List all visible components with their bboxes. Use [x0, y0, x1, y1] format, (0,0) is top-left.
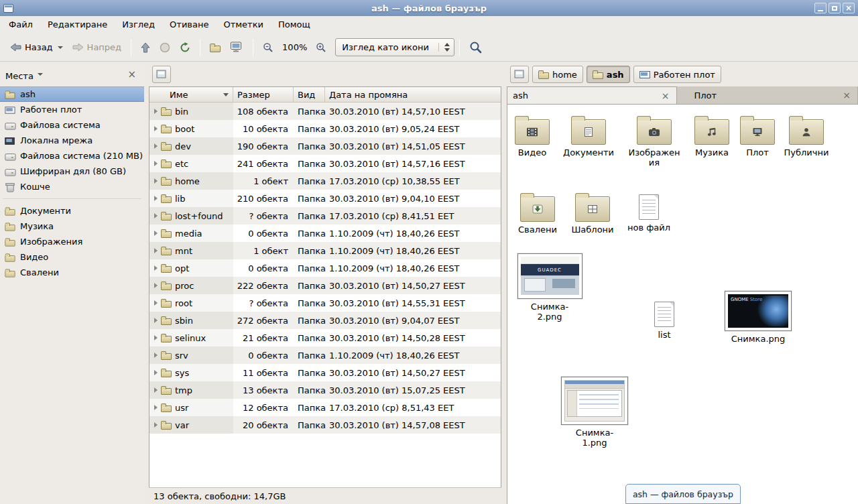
expander-icon[interactable]: [154, 126, 158, 131]
table-row[interactable]: boot10 обектаПапка30.03.2010 (вт) 9,05,2…: [149, 120, 501, 137]
zoom-in-button[interactable]: [311, 39, 331, 56]
minimize-button[interactable]: [814, 3, 826, 13]
icon-item-desktop[interactable]: Плот: [729, 115, 786, 158]
computer-button[interactable]: [225, 38, 248, 56]
sidebar-item-encrypted-80gb[interactable]: Шифриран дял (80 GB): [0, 164, 144, 179]
sidebar-item-desktop[interactable]: Работен плот: [0, 102, 144, 117]
expander-icon[interactable]: [154, 248, 158, 253]
table-row[interactable]: etc241 обектаПапка30.03.2010 (вт) 14,57,…: [149, 155, 501, 172]
sidebar-item-filesystem[interactable]: Файлова система: [0, 117, 144, 133]
menu-bookmarks[interactable]: Отметки: [216, 16, 270, 34]
tab-ash[interactable]: ash ×: [507, 86, 677, 104]
expander-icon[interactable]: [154, 370, 158, 375]
expander-icon[interactable]: [154, 405, 158, 410]
icon-item-documents[interactable]: Документи: [560, 115, 617, 158]
table-row[interactable]: root? обектаПапка30.03.2010 (вт) 14,55,3…: [149, 294, 501, 312]
taskbar-window-button[interactable]: ash — файлов браузър: [625, 484, 741, 504]
path-button-ash[interactable]: ash: [587, 66, 630, 83]
pane-location-button[interactable]: [152, 66, 171, 83]
sidebar-item-music[interactable]: Музика: [0, 218, 144, 234]
table-row[interactable]: sys11 обектаПапка30.03.2010 (вт) 14,50,2…: [149, 364, 501, 381]
icon-item-list[interactable]: list: [636, 298, 692, 340]
table-row[interactable]: selinux21 обектаПапка30.03.2010 (вт) 14,…: [149, 329, 501, 346]
table-row[interactable]: srv0 обектаПапка1.10.2009 (чт) 18,40,26 …: [149, 346, 501, 364]
stop-button[interactable]: [155, 39, 175, 56]
expander-icon[interactable]: [154, 161, 158, 166]
table-row[interactable]: dev190 обектаПапка30.03.2010 (вт) 14,51,…: [149, 137, 501, 155]
column-header-size[interactable]: Размер: [233, 87, 294, 102]
tab-plot[interactable]: Плот ×: [677, 86, 858, 104]
path-button-home[interactable]: home: [532, 66, 583, 83]
expander-icon[interactable]: [154, 387, 158, 393]
expander-icon[interactable]: [154, 213, 158, 218]
forward-button[interactable]: Напред: [68, 39, 126, 56]
icon-item-downloads[interactable]: Свалени: [509, 192, 566, 235]
menu-file[interactable]: Файл: [1, 16, 40, 34]
path-button-desktop[interactable]: Работен плот: [633, 66, 721, 83]
icon-item-snimka2[interactable]: GUADEC Снимка-2.png: [516, 253, 583, 322]
expander-icon[interactable]: [154, 231, 158, 236]
column-header-type[interactable]: Вид: [294, 87, 325, 102]
menu-edit[interactable]: Редактиране: [40, 16, 115, 34]
sidebar-item-videos[interactable]: Видео: [0, 249, 144, 265]
sidebar-item-documents[interactable]: Документи: [0, 203, 144, 218]
expander-icon[interactable]: [154, 318, 158, 323]
back-button[interactable]: Назад: [5, 39, 68, 56]
expander-icon[interactable]: [154, 300, 158, 306]
column-header-date[interactable]: Дата на промяна: [325, 87, 501, 102]
up-button[interactable]: [136, 39, 155, 56]
table-row[interactable]: lib210 обектаПапка30.03.2010 (вт) 9,04,1…: [149, 190, 501, 207]
table-row[interactable]: var20 обектаПапка30.03.2010 (вт) 14,57,0…: [149, 416, 501, 434]
search-button[interactable]: [465, 38, 487, 57]
tab-close-icon[interactable]: ×: [841, 90, 852, 100]
menu-go[interactable]: Отиване: [162, 16, 216, 34]
sidebar-item-downloads[interactable]: Свалени: [0, 265, 144, 280]
expander-icon[interactable]: [154, 178, 158, 184]
sidebar-item-ash[interactable]: ash: [0, 86, 144, 102]
column-header-name[interactable]: Име: [149, 87, 233, 102]
icon-item-videos[interactable]: Видео: [507, 115, 557, 158]
table-row[interactable]: home1 обектПапка17.03.2010 (ср) 10,38,55…: [149, 172, 501, 190]
table-row[interactable]: proc222 обектаПапка30.03.2010 (вт) 14,50…: [149, 277, 501, 294]
view-mode-select[interactable]: Изглед като икони: [335, 38, 454, 56]
sidebar-close-icon[interactable]: ×: [125, 68, 139, 81]
expander-icon[interactable]: [154, 265, 158, 271]
icon-item-snimka[interactable]: GNOME Store Снимка.png: [723, 291, 793, 344]
expander-icon[interactable]: [154, 335, 158, 340]
table-row[interactable]: usr12 обектаПапка17.03.2010 (ср) 8,51,43…: [149, 399, 501, 416]
pane-splitter[interactable]: [501, 62, 507, 504]
table-row[interactable]: lost+found? обектаПапка17.03.2010 (ср) 8…: [149, 207, 501, 225]
expander-icon[interactable]: [154, 196, 158, 201]
sidebar-item-filesystem-210mb[interactable]: Файлова система (210 MB): [0, 148, 144, 164]
table-row[interactable]: media0 обектаПапка1.10.2009 (чт) 18,40,2…: [149, 225, 501, 242]
maximize-button[interactable]: [829, 3, 841, 13]
expander-icon[interactable]: [154, 109, 158, 114]
table-row[interactable]: bin108 обектаПапка30.03.2010 (вт) 14,57,…: [149, 103, 501, 120]
expander-icon[interactable]: [154, 143, 158, 149]
expander-icon[interactable]: [154, 422, 158, 428]
reload-button[interactable]: [175, 39, 195, 56]
icon-item-new-file[interactable]: нов файл: [621, 190, 677, 233]
icon-item-pictures[interactable]: Изображения: [626, 115, 682, 168]
icon-item-templates[interactable]: Шаблони: [564, 192, 621, 235]
expander-icon[interactable]: [154, 283, 158, 288]
sidebar-item-pictures[interactable]: Изображения: [0, 234, 144, 249]
menu-help[interactable]: Помощ: [271, 16, 318, 34]
table-row[interactable]: mnt1 обектПапка1.10.2009 (чт) 18,40,26 E…: [149, 242, 501, 259]
sidebar-item-network[interactable]: Локална мрежа: [0, 133, 144, 148]
close-button[interactable]: ×: [843, 3, 855, 13]
table-row[interactable]: tmp13 обектаПапка30.03.2010 (вт) 15,07,2…: [149, 381, 501, 399]
sidebar-title[interactable]: Места: [5, 71, 34, 81]
expander-icon[interactable]: [154, 353, 158, 358]
menu-view[interactable]: Изглед: [115, 16, 162, 34]
table-row[interactable]: opt0 обектаПапка1.10.2009 (чт) 18,40,26 …: [149, 259, 501, 277]
icon-item-snimka1[interactable]: Снимка-1.png: [560, 377, 629, 448]
icon-item-public[interactable]: Публични: [778, 115, 835, 158]
zoom-out-button[interactable]: [258, 39, 278, 56]
sidebar-item-trash[interactable]: Кошче: [0, 179, 144, 194]
pane-location-button[interactable]: [510, 66, 529, 83]
table-row[interactable]: sbin272 обектаПапка30.03.2010 (вт) 9,04,…: [149, 312, 501, 329]
home-button[interactable]: [205, 39, 225, 56]
tab-close-icon[interactable]: ×: [660, 91, 671, 101]
pane-splitter[interactable]: [144, 62, 149, 504]
